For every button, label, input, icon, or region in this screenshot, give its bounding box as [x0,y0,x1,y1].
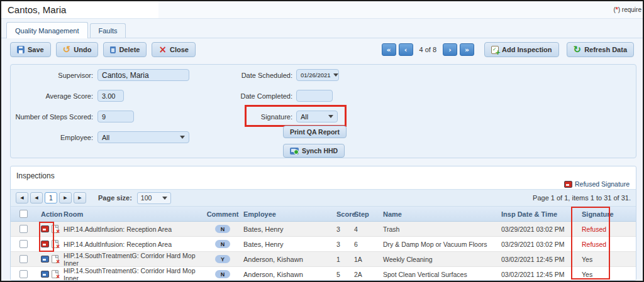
refused-signature-icon [564,181,572,188]
row-checkbox[interactable] [19,255,28,263]
column-header-comment: Comment [209,210,243,218]
name-cell: Trash [383,225,501,233]
employee-label: Employee: [11,134,93,141]
chevron-down-icon [333,73,338,77]
trash-icon [110,46,116,53]
comment-badge[interactable]: N [215,240,230,248]
select-all-checkbox[interactable] [19,210,28,218]
comment-badge[interactable]: N [215,225,230,233]
date-completed-input[interactable] [296,90,333,102]
step-cell: 2A [354,271,383,278]
supervisor-input[interactable]: Cantos, Maria [97,69,189,81]
comment-badge[interactable]: N [215,270,230,278]
supervisor-label: Supervisor: [11,72,93,79]
table-header: Action Room Comment Employee Score Step … [11,207,636,222]
tab-strip: Quality Management Faults [1,22,643,38]
inspections-title: Inspections [16,171,55,180]
employee-select[interactable]: All [97,131,189,143]
name-cell: Dry & Damp Mop or Vacuum Floors [383,241,501,248]
signature-filter-annotation-box [245,105,347,127]
delete-inspection-icon[interactable] [52,270,58,278]
close-button[interactable]: ×Close [152,42,196,57]
name-cell: Weekly Cleaning [383,256,501,263]
pager-prev-button[interactable]: ◀ [30,192,43,203]
column-header-step: Step [354,210,383,218]
add-inspection-button[interactable]: Add Inspection [484,42,558,57]
column-header-name: Name [383,210,501,218]
insp-date-cell: 03/02/2021 12:45 PM [501,256,578,263]
toolbar: Save ↺Undo Delete ×Close « ‹ 4 of 8 › » … [10,40,634,59]
employee-cell: Bates, Henry [243,241,333,248]
refused-action-annotation-box [39,222,54,252]
tab-quality-management[interactable]: Quality Management [6,22,88,38]
required-note: (*) require [614,6,642,13]
room-cell: HIP.14.AdultInfusion: Reception Area [64,225,209,233]
employee-cell: Anderson, Kishawn [243,256,333,263]
tab-faults[interactable]: Faults [90,23,126,38]
add-inspection-icon [491,46,499,54]
table-row[interactable]: HIP.14.AdultInfusion: Reception Area N B… [11,222,636,237]
average-score-input[interactable]: 3.00 [97,90,124,102]
pager-next-button[interactable]: ▶ [59,192,72,203]
record-position: 4 of 8 [419,46,437,53]
chevron-down-icon [162,197,167,200]
steps-scored-label: Number of Steps Scored: [11,113,93,121]
insp-date-cell: 03/02/2021 12:45 PM [501,271,578,278]
signature-pad-icon[interactable] [41,271,49,278]
save-button[interactable]: Save [10,42,51,57]
column-header-room: Room [64,210,209,218]
table-row[interactable]: HIP.14.AdultInfusion: Reception Area N B… [11,237,636,252]
undo-button[interactable]: ↺Undo [56,42,99,57]
prev-record-button[interactable]: ‹ [399,43,413,56]
delete-button[interactable]: Delete [103,42,147,57]
page-title: Cantos, Maria [1,1,158,18]
average-score-label: Average Score: [11,92,93,100]
steps-scored-input[interactable]: 9 [97,111,134,122]
next-record-button[interactable]: › [443,43,457,56]
employee-cell: Anderson, Kishawn [243,271,333,278]
score-cell: 5 [333,271,354,278]
refresh-icon: ↻ [574,46,582,53]
print-qa-report-button[interactable]: Print QA Report [283,126,347,138]
page-info: Page 1 of 1, items 1 to 31 of 31. [533,194,631,202]
date-scheduled-select[interactable]: 01/26/2021 [296,69,339,81]
row-checkbox[interactable] [19,225,28,233]
score-cell: 3 [333,225,354,233]
signature-pad-icon[interactable] [41,256,49,263]
insp-date-cell: 03/29/2021 03:02 PM [501,241,578,248]
row-checkbox[interactable] [19,270,28,278]
column-header-employee: Employee [243,210,333,218]
last-record-button[interactable]: » [460,43,474,56]
first-record-button[interactable]: « [382,43,396,56]
inspections-panel: Inspections Refused Signature ◀ ◀ 1 ▶ ▶ … [10,166,636,281]
insp-date-cell: 03/29/2021 03:02 PM [501,225,578,233]
comment-badge[interactable]: Y [215,255,230,263]
save-icon [17,46,25,53]
column-header-action: Action [33,210,64,218]
table-row[interactable]: HIP.14.SouthTreatmentG: Corridor Hard Mo… [11,267,636,281]
table-body: HIP.14.AdultInfusion: Reception Area N B… [11,222,636,281]
page-size-select[interactable]: 100 [137,192,171,204]
refresh-data-button[interactable]: ↻Refresh Data [567,42,634,57]
application-window: Cantos, Maria (*) require Quality Manage… [0,0,644,282]
pager-current-page[interactable]: 1 [45,192,57,203]
table-row[interactable]: HIP.14.SouthTreatmentG: Corridor Hard Mo… [11,252,636,267]
row-checkbox[interactable] [19,240,28,248]
synch-hhd-button[interactable]: Synch HHD [283,144,345,158]
step-cell: 6 [354,241,383,248]
undo-icon: ↺ [63,46,71,53]
room-cell: HIP.14.SouthTreatmentG: Corridor Hard Mo… [64,252,209,267]
delete-inspection-icon[interactable] [52,255,58,263]
table-pager: ◀ ◀ 1 ▶ ▶ Page size: 100 Page 1 of 1, it… [11,189,636,207]
room-cell: HIP.14.SouthTreatmentG: Corridor Hard Mo… [64,267,209,281]
score-cell: 3 [333,241,354,248]
title-bar: Cantos, Maria (*) require [1,1,643,19]
room-cell: HIP.14.AdultInfusion: Reception Area [64,241,209,248]
close-icon: × [158,46,167,53]
pager-first-button[interactable]: ◀ [16,192,28,203]
pager-last-button[interactable]: ▶ [74,192,86,203]
page-size-label: Page size: [98,194,132,202]
handheld-device-icon [290,148,299,155]
chevron-down-icon [180,136,185,139]
date-scheduled-label: Date Scheduled: [199,72,292,79]
